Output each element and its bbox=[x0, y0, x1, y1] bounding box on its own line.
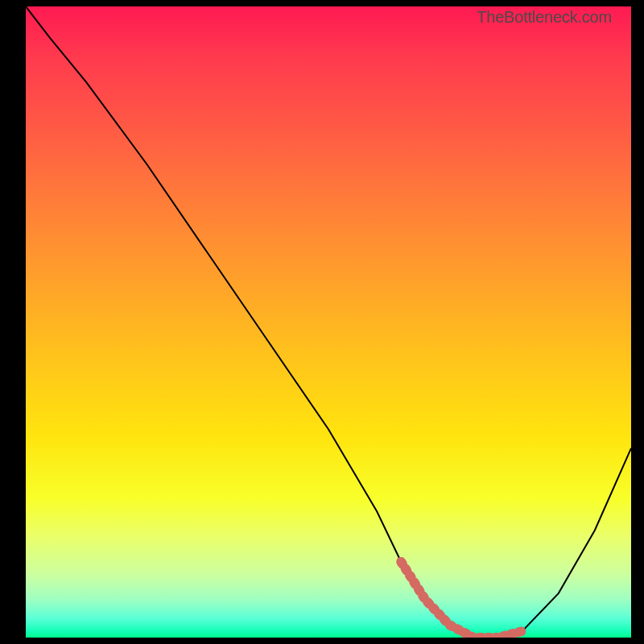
plot-area bbox=[26, 6, 631, 638]
optimal-range-highlight bbox=[401, 562, 522, 638]
chart-frame: TheBottleneck.com bbox=[0, 0, 644, 644]
bottleneck-curve bbox=[26, 6, 631, 638]
attribution-label: TheBottleneck.com bbox=[477, 8, 612, 27]
bottleneck-curve-svg bbox=[26, 6, 631, 638]
